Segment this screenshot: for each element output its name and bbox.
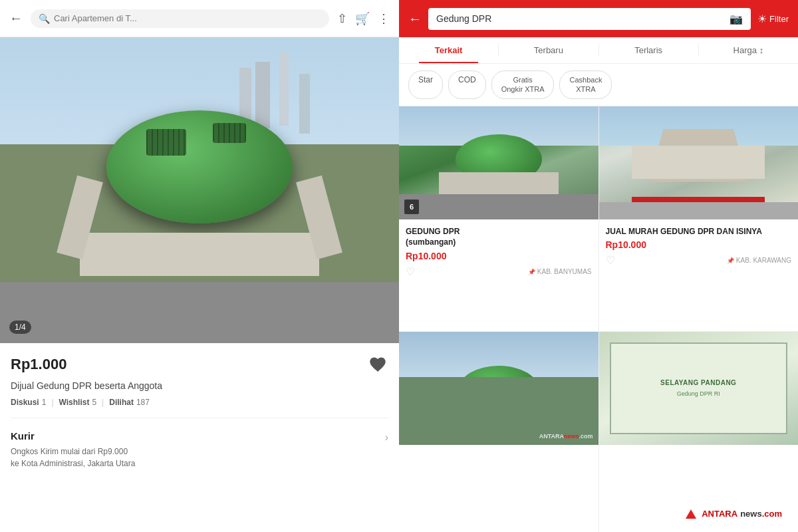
product-card-img-3: ANTARAnews.com	[399, 332, 598, 445]
wishlist-icon-1[interactable]: ♡	[406, 265, 415, 278]
search-input-right[interactable]	[436, 13, 724, 24]
kurir-desc-line1: Ongkos Kirim mulai dari Rp9.000	[11, 446, 135, 458]
product-card-info-4	[599, 445, 799, 485]
dilihat-label: Dilihat	[109, 398, 134, 407]
right-panel: ← 📷 ☀ Filter Terkait Terbaru Terlaris Ha…	[399, 0, 798, 532]
watermark: ANTARA news.com	[680, 506, 787, 521]
share-button[interactable]: ⇧	[337, 11, 347, 26]
search-icon-left: 🔍	[39, 13, 50, 24]
sort-tabs: Terkait Terbaru Terlaris Harga ↕	[399, 37, 798, 64]
back-button[interactable]: ←	[9, 11, 23, 26]
product-card-img-2	[599, 106, 799, 219]
filter-icon: ☀	[757, 13, 767, 25]
more-button[interactable]: ⋮	[378, 11, 390, 26]
product-card-3[interactable]: ANTARAnews.com	[399, 332, 598, 532]
product-name-2: JUAL MURAH GEDUNG DPR DAN ISINYA	[606, 226, 792, 237]
card-bottom-1: ♡ 📌 KAB. BANYUMAS	[406, 265, 592, 278]
kurir-chevron-icon: ›	[385, 432, 388, 444]
product-card-img-1: 6	[399, 106, 598, 219]
location-pin-icon-2: 📌	[727, 257, 734, 264]
filter-label: Filter	[769, 14, 789, 24]
diskusi-value: 1	[42, 398, 47, 407]
location-text-1: KAB. BANYUMAS	[537, 268, 592, 275]
tab-harga[interactable]: Harga ↕	[699, 37, 798, 63]
building-scene	[0, 37, 399, 343]
watermark-newscom: news.com	[740, 509, 782, 519]
kurir-row[interactable]: Kurir Ongkos Kirim mulai dari Rp9.000 ke…	[11, 430, 388, 469]
left-header: ← 🔍 ⇧ 🛒 ⋮	[0, 0, 399, 37]
product-card-img-4: SELAYANG PANDANG Gedung DPR RI	[599, 332, 799, 445]
chip-gratis-ongkir[interactable]: GratisOngkir XTRA	[491, 70, 555, 99]
channel-badge-1: 6	[404, 200, 419, 214]
price-row: Rp1.000	[11, 354, 388, 375]
dome	[106, 110, 293, 223]
location-2: 📌 KAB. KARAWANG	[727, 257, 791, 264]
camera-icon[interactable]: 📷	[730, 13, 743, 25]
search-input-left[interactable]	[54, 13, 321, 23]
product-title: Dijual Gedung DPR beserta Anggota	[11, 380, 388, 391]
cart-button[interactable]: 🛒	[355, 11, 370, 26]
diskusi-label: Diskusi	[11, 398, 39, 407]
tab-terbaru[interactable]: Terbaru	[499, 37, 598, 63]
product-info: Rp1.000 Dijual Gedung DPR beserta Anggot…	[0, 343, 399, 532]
product-image-container: 1/4	[0, 37, 399, 343]
kurir-section: Kurir Ongkos Kirim mulai dari Rp9.000 ke…	[11, 418, 388, 469]
product-card-2[interactable]: JUAL MURAH GEDUNG DPR DAN ISINYA Rp10.00…	[599, 106, 799, 331]
antara-triangle-icon	[686, 509, 696, 519]
image-counter: 1/4	[9, 321, 31, 334]
wishlist-value: 5	[92, 398, 96, 407]
chip-cod[interactable]: COD	[448, 70, 486, 99]
watermark-logo	[686, 509, 699, 519]
right-header: ← 📷 ☀ Filter	[399, 0, 798, 37]
tab-terlaris[interactable]: Terlaris	[599, 37, 698, 63]
product-card-info-2: JUAL MURAH GEDUNG DPR DAN ISINYA Rp10.00…	[599, 219, 799, 273]
location-text-2: KAB. KARAWANG	[736, 257, 791, 264]
search-bar-right[interactable]: 📷	[428, 8, 751, 30]
road	[0, 282, 399, 343]
location-pin-icon-1: 📌	[528, 269, 535, 275]
product-card-4[interactable]: SELAYANG PANDANG Gedung DPR RI	[599, 332, 799, 532]
product-price: Rp1.000	[11, 356, 66, 373]
filter-chips: Star COD GratisOngkir XTRA CashbackXTRA	[399, 64, 798, 106]
product-name-1: GEDUNG DPR(sumbangan)	[406, 226, 592, 249]
chip-cashback[interactable]: CashbackXTRA	[559, 70, 612, 99]
chip-star[interactable]: Star	[408, 70, 443, 99]
product-price-1: Rp10.000	[406, 251, 592, 261]
kurir-desc-line2: ke Kota Administrasi, Jakarta Utara	[11, 458, 135, 469]
watermark-text: ANTARA	[702, 509, 737, 519]
wishlist-icon-2[interactable]: ♡	[606, 254, 615, 267]
left-panel: ← 🔍 ⇧ 🛒 ⋮ 1/4	[0, 0, 399, 532]
product-card-info-1: GEDUNG DPR(sumbangan) Rp10.000 ♡ 📌 KAB. …	[399, 219, 598, 284]
wishlist-label: Wishlist	[59, 398, 90, 407]
tab-terkait[interactable]: Terkait	[399, 37, 498, 63]
product-card-info-3	[399, 445, 598, 485]
location-1: 📌 KAB. BANYUMAS	[528, 268, 592, 275]
product-card-1[interactable]: 6 GEDUNG DPR(sumbangan) Rp10.000 ♡ 📌 KAB…	[399, 106, 598, 331]
kurir-title: Kurir	[11, 430, 135, 442]
card-bottom-2: ♡ 📌 KAB. KARAWANG	[606, 254, 792, 267]
dilihat-value: 187	[136, 398, 150, 407]
stats-row: Diskusi 1 | Wishlist 5 | Dilihat 187	[11, 398, 388, 407]
wishlist-button[interactable]	[367, 354, 388, 375]
filter-button[interactable]: ☀ Filter	[757, 13, 789, 25]
back-button-right[interactable]: ←	[408, 11, 422, 27]
product-price-2: Rp10.000	[606, 239, 792, 250]
products-grid: 6 GEDUNG DPR(sumbangan) Rp10.000 ♡ 📌 KAB…	[399, 106, 798, 532]
search-bar-left[interactable]: 🔍	[31, 9, 329, 28]
